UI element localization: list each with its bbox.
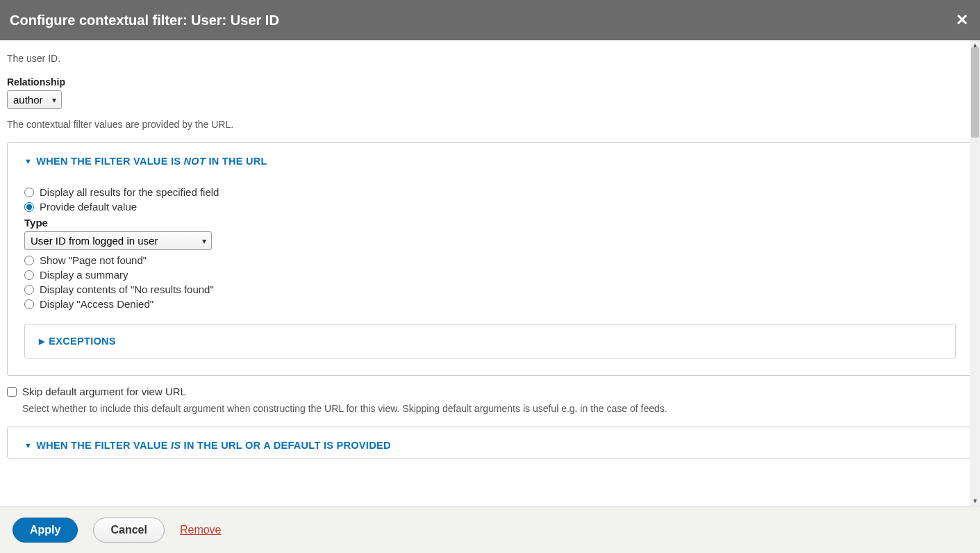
skip-default-checkbox-row[interactable]: Skip default argument for view URL: [7, 386, 973, 397]
relationship-label: Relationship: [7, 76, 973, 88]
radio-display-all-input[interactable]: [24, 188, 34, 197]
legend-text: WHEN THE FILTER VALUE IS IN THE URL OR A…: [36, 440, 391, 451]
radio-page-not-found[interactable]: Show "Page not found": [24, 254, 956, 266]
radio-page-not-found-input[interactable]: [24, 256, 34, 265]
type-select-wrap: User ID from logged in user: [24, 231, 212, 250]
triangle-down-icon: ▼: [24, 441, 32, 449]
type-label: Type: [24, 217, 956, 229]
fieldset-exceptions: ▶ EXCEPTIONS: [24, 324, 956, 358]
radio-summary[interactable]: Display a summary: [24, 269, 956, 281]
scrollbar[interactable]: ▲ ▼: [970, 40, 980, 506]
radio-no-results-input[interactable]: [24, 285, 34, 295]
scrollbar-thumb[interactable]: [971, 47, 979, 138]
radio-access-denied[interactable]: Display "Access Denied": [24, 298, 956, 310]
skip-default-checkbox[interactable]: [7, 387, 17, 397]
radio-no-results[interactable]: Display contents of "No results found": [24, 283, 956, 295]
modal-header: Configure contextual filter: User: User …: [0, 0, 980, 40]
default-value-type-block: Type User ID from logged in user: [24, 217, 956, 250]
radio-provide-default-input[interactable]: [24, 202, 34, 212]
modal-body: The user ID. Relationship author The con…: [0, 40, 980, 506]
radio-group-default-action: Display all results for the specified fi…: [24, 186, 956, 310]
modal-footer: Apply Cancel Remove: [0, 506, 980, 553]
cancel-button[interactable]: Cancel: [93, 518, 164, 543]
radio-display-all[interactable]: Display all results for the specified fi…: [24, 186, 956, 198]
radio-access-denied-input[interactable]: [24, 299, 34, 309]
legend-not-in-url[interactable]: ▼ WHEN THE FILTER VALUE IS NOT IN THE UR…: [24, 156, 956, 167]
skip-default-help: Select whether to include this default a…: [22, 403, 973, 414]
url-help-text: The contextual filter values are provide…: [7, 119, 973, 130]
triangle-down-icon: ▼: [24, 157, 32, 165]
fieldset-in-url: ▼ WHEN THE FILTER VALUE IS IN THE URL OR…: [7, 427, 973, 459]
remove-link[interactable]: Remove: [180, 524, 222, 536]
radio-provide-default[interactable]: Provide default value: [24, 201, 956, 213]
legend-text: WHEN THE FILTER VALUE IS NOT IN THE URL: [36, 156, 267, 167]
description-text: The user ID.: [7, 53, 973, 64]
triangle-right-icon: ▶: [39, 337, 44, 346]
legend-in-url[interactable]: ▼ WHEN THE FILTER VALUE IS IN THE URL OR…: [24, 440, 956, 451]
type-select[interactable]: User ID from logged in user: [24, 231, 212, 250]
relationship-select-wrap: author: [7, 90, 62, 109]
relationship-select[interactable]: author: [7, 90, 62, 109]
fieldset-not-in-url: ▼ WHEN THE FILTER VALUE IS NOT IN THE UR…: [7, 142, 973, 376]
legend-exceptions[interactable]: ▶ EXCEPTIONS: [39, 336, 941, 347]
apply-button[interactable]: Apply: [13, 518, 78, 543]
modal-title: Configure contextual filter: User: User …: [10, 13, 279, 28]
radio-summary-input[interactable]: [24, 270, 34, 280]
scroll-down-icon[interactable]: ▼: [970, 496, 980, 506]
close-icon[interactable]: ✕: [954, 12, 970, 28]
